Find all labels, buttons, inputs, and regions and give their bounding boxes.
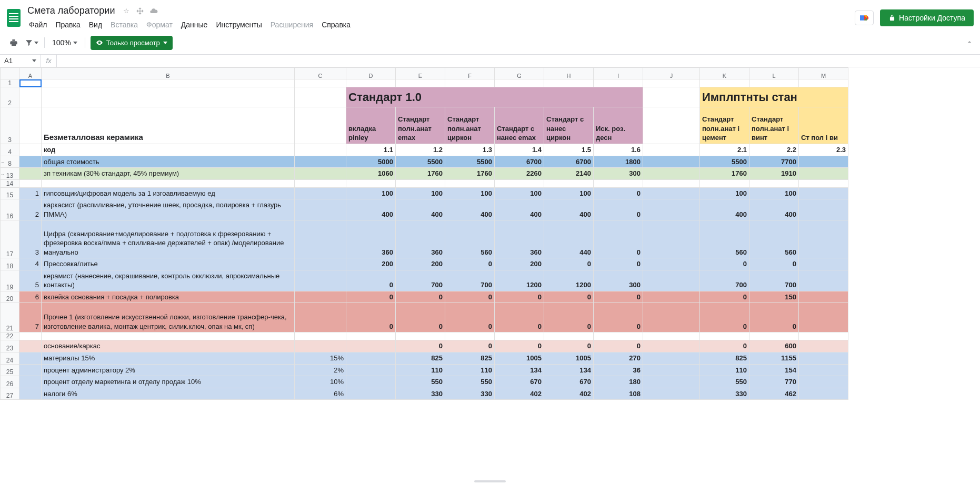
cell[interactable]: Прочее 1 (изготовление искусственной лож…	[42, 303, 295, 332]
cell[interactable]	[594, 179, 643, 187]
cell[interactable]: 108	[594, 388, 643, 400]
cell[interactable]: 2140	[544, 168, 594, 180]
cell[interactable]: 154	[749, 364, 799, 376]
cell[interactable]	[295, 79, 346, 87]
col-header-L[interactable]: L	[749, 68, 799, 79]
cell[interactable]: 0	[445, 303, 495, 332]
cell[interactable]	[295, 187, 346, 199]
collapse-toolbar-icon[interactable]	[965, 38, 974, 48]
cell[interactable]: Стандарт с нанес emax	[495, 107, 544, 144]
row-header[interactable]: 3	[1, 107, 19, 144]
cell[interactable]: 1.5	[544, 144, 594, 156]
cell[interactable]	[346, 332, 396, 340]
cell[interactable]	[643, 187, 700, 199]
menu-insert[interactable]: Вставка	[107, 18, 142, 31]
cell[interactable]: 1910	[749, 168, 799, 180]
cell[interactable]: 400	[495, 199, 544, 220]
cell[interactable]	[799, 291, 848, 303]
row-header[interactable]: 19	[1, 270, 19, 291]
cell[interactable]	[799, 79, 848, 87]
cell[interactable]: Стандарт полн.анат циркон	[445, 107, 495, 144]
cell[interactable]: 825	[445, 352, 495, 365]
cell[interactable]: 0	[445, 340, 495, 352]
cell[interactable]: вклейка основания + посадка + полировка	[42, 291, 295, 303]
cell[interactable]: Прессовка/литье	[42, 258, 295, 270]
cell[interactable]	[19, 388, 42, 400]
cell[interactable]: керамист (нанесение, окрашивание, контро…	[42, 270, 295, 291]
cell[interactable]: 110	[700, 364, 749, 376]
cell[interactable]	[295, 220, 346, 258]
cell[interactable]	[295, 107, 346, 144]
cell[interactable]	[42, 87, 295, 107]
row-header[interactable]: 1	[1, 79, 19, 87]
cell[interactable]	[495, 332, 544, 340]
cell[interactable]: 100	[749, 187, 799, 199]
cell[interactable]: 134	[495, 364, 544, 376]
cell[interactable]: 36	[594, 364, 643, 376]
cell[interactable]: 200	[495, 258, 544, 270]
row-header[interactable]: 16	[1, 199, 19, 220]
meet-icon[interactable]	[855, 11, 874, 25]
col-header-D[interactable]: D	[346, 68, 396, 79]
cell[interactable]	[643, 156, 700, 168]
cell[interactable]	[799, 388, 848, 400]
cell[interactable]: 0	[700, 291, 749, 303]
cell[interactable]: 550	[700, 376, 749, 388]
cell[interactable]: 6700	[495, 156, 544, 168]
menu-data[interactable]: Данные	[177, 18, 212, 31]
cell[interactable]: гипсовщик/цифровая модель за 1 изгоавлив…	[42, 187, 295, 199]
row-header[interactable]: 22	[1, 332, 19, 340]
cell[interactable]: 15%	[295, 352, 346, 365]
cell[interactable]: 700	[700, 270, 749, 291]
cell[interactable]: 400	[445, 199, 495, 220]
cell[interactable]	[643, 388, 700, 400]
cell[interactable]: 700	[445, 270, 495, 291]
cell[interactable]: Имплптнты стан	[700, 87, 848, 107]
cell[interactable]: зп техникам (30% стандарт, 45% премиум)	[42, 168, 295, 180]
document-title[interactable]: Смета лаборатории	[25, 4, 117, 17]
cell[interactable]: процент администратору 2%	[42, 364, 295, 376]
cell[interactable]	[643, 352, 700, 365]
menu-tools[interactable]: Инструменты	[212, 18, 265, 31]
cell[interactable]: 200	[396, 258, 445, 270]
cell[interactable]: 2.2	[749, 144, 799, 156]
cell[interactable]	[295, 332, 346, 340]
cell[interactable]: 400	[396, 199, 445, 220]
cloud-status-icon[interactable]	[149, 7, 158, 15]
cell[interactable]: 700	[749, 270, 799, 291]
cell[interactable]	[445, 332, 495, 340]
select-all-corner[interactable]	[1, 68, 19, 79]
cell[interactable]: 560	[700, 220, 749, 258]
cell[interactable]: 180	[594, 376, 643, 388]
cell[interactable]: 0	[495, 303, 544, 332]
cell[interactable]	[643, 340, 700, 352]
cell[interactable]: 270	[594, 352, 643, 365]
cell[interactable]: 100	[544, 187, 594, 199]
cell[interactable]	[700, 332, 749, 340]
cell[interactable]	[346, 352, 396, 365]
cell[interactable]: 2%	[295, 364, 346, 376]
cell[interactable]: 100	[346, 187, 396, 199]
cell[interactable]	[643, 179, 700, 187]
cell[interactable]: 0	[749, 303, 799, 332]
cell[interactable]: 5500	[445, 156, 495, 168]
cell[interactable]: 825	[396, 352, 445, 365]
cell[interactable]: 1060	[346, 168, 396, 180]
cell[interactable]	[346, 79, 396, 87]
row-header[interactable]: 18	[1, 258, 19, 270]
cell[interactable]	[19, 168, 42, 180]
cell[interactable]: Ст пол i ви	[799, 107, 848, 144]
cell[interactable]: 0	[700, 258, 749, 270]
cell[interactable]: 0	[495, 340, 544, 352]
cell[interactable]: вкладка pinley	[346, 107, 396, 144]
col-header-H[interactable]: H	[544, 68, 594, 79]
filter-icon[interactable]	[24, 35, 39, 50]
cell[interactable]	[643, 376, 700, 388]
col-header-C[interactable]: C	[295, 68, 346, 79]
cell[interactable]: 5	[19, 270, 42, 291]
name-box[interactable]: A1	[0, 55, 41, 67]
cell[interactable]	[643, 332, 700, 340]
cell[interactable]: налоги 6%	[42, 388, 295, 400]
cell[interactable]: 4	[19, 258, 42, 270]
cell[interactable]: Стандарт 1.0	[346, 87, 643, 107]
